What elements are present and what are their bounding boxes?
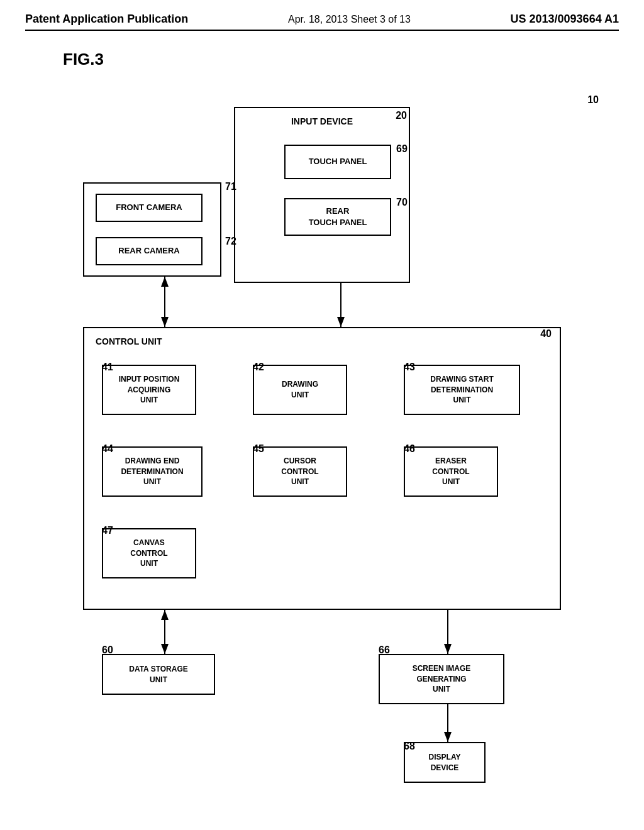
ref-45: 45 xyxy=(253,443,264,455)
box-screen-image-generating: SCREEN IMAGE GENERATING UNIT xyxy=(379,654,504,704)
header-patent-number: US 2013/0093664 A1 xyxy=(511,13,619,26)
ref-72: 72 xyxy=(225,236,236,247)
ref-71: 71 xyxy=(225,181,236,192)
page-header: Patent Application Publication Apr. 18, … xyxy=(25,13,619,31)
header-publication-label: Patent Application Publication xyxy=(25,13,188,26)
box-rear-camera: REAR CAMERA xyxy=(96,237,203,265)
ref-46: 46 xyxy=(404,443,415,455)
box-input-device-group xyxy=(234,107,410,283)
box-front-camera: FRONT CAMERA xyxy=(96,194,203,222)
ref-60: 60 xyxy=(102,645,113,656)
box-eraser-control: ERASER CONTROL UNIT xyxy=(404,446,498,497)
ref-69: 69 xyxy=(396,143,408,155)
box-data-storage: DATA STORAGE UNIT xyxy=(102,654,215,695)
box-rear-touch-panel: REAR TOUCH PANEL xyxy=(284,198,391,236)
diagram: 10 20 INPUT DEVICE TOUCH PANEL 69 REAR T… xyxy=(39,75,605,755)
box-input-position-acquiring: INPUT POSITION ACQUIRING UNIT xyxy=(102,365,196,415)
box-drawing-unit: DRAWING UNIT xyxy=(253,365,347,415)
box-cursor-control: CURSOR CONTROL UNIT xyxy=(253,446,347,497)
ref-40: 40 xyxy=(540,328,552,340)
ref-10: 10 xyxy=(587,94,599,106)
ref-47: 47 xyxy=(102,525,113,536)
input-device-label: INPUT DEVICE xyxy=(234,116,410,126)
figure-label: FIG.3 xyxy=(63,50,619,69)
box-touch-panel: TOUCH PANEL xyxy=(284,145,391,179)
box-display-device: DISPLAY DEVICE xyxy=(404,742,486,783)
control-unit-label: CONTROL UNIT xyxy=(96,336,162,346)
page: Patent Application Publication Apr. 18, … xyxy=(0,0,644,830)
ref-70: 70 xyxy=(396,197,408,208)
header-date-sheet: Apr. 18, 2013 Sheet 3 of 13 xyxy=(288,14,411,25)
ref-43: 43 xyxy=(404,362,415,373)
ref-42: 42 xyxy=(253,362,264,373)
box-canvas-control: CANVAS CONTROL UNIT xyxy=(102,528,196,578)
box-drawing-start-determination: DRAWING START DETERMINATION UNIT xyxy=(404,365,520,415)
ref-68: 68 xyxy=(404,741,415,752)
ref-44: 44 xyxy=(102,443,113,455)
box-drawing-end-determination: DRAWING END DETERMINATION UNIT xyxy=(102,446,203,497)
ref-41: 41 xyxy=(102,362,113,373)
ref-66: 66 xyxy=(379,645,390,656)
